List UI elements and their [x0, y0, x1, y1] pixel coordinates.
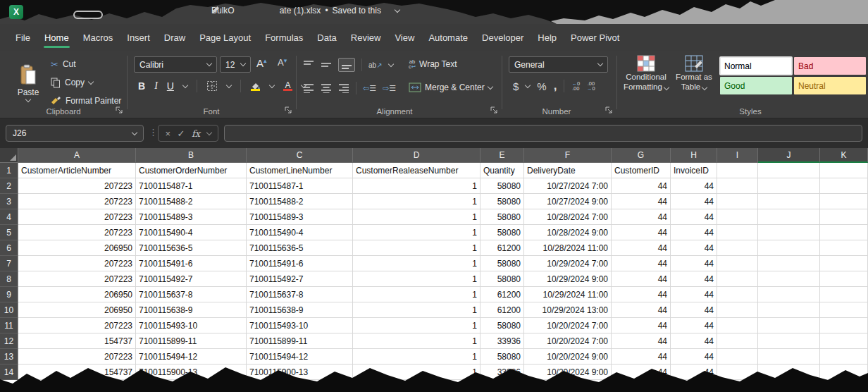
align-top-button[interactable] — [303, 60, 314, 70]
cell-I2[interactable] — [717, 178, 758, 194]
cell-E6[interactable]: 61200 — [480, 240, 524, 256]
row-header-3[interactable]: 3 — [0, 194, 18, 209]
cell-I10[interactable] — [717, 302, 758, 318]
cell-D3[interactable]: 1 — [353, 194, 480, 209]
cell-G4[interactable]: 44 — [612, 209, 671, 225]
cell-C2[interactable]: 7100115487-1 — [247, 178, 353, 194]
cell-K12[interactable] — [820, 333, 868, 349]
borders-button[interactable] — [206, 80, 218, 92]
cell-G14[interactable]: 44 — [612, 365, 671, 380]
cell-H6[interactable]: 44 — [671, 240, 717, 256]
cell-G5[interactable]: 44 — [612, 225, 671, 240]
cell-F7[interactable]: 10/29/2024 7:00 — [524, 256, 612, 271]
cell-K13[interactable] — [820, 349, 868, 365]
column-header-J[interactable]: J — [758, 148, 820, 163]
cell-D14[interactable]: 1 — [353, 365, 480, 380]
cell-K9[interactable] — [820, 287, 868, 302]
row-header-7[interactable]: 7 — [0, 256, 18, 271]
cell-B3[interactable]: 7100115488-2 — [136, 194, 247, 209]
cell-A14[interactable]: 154737 — [18, 365, 136, 380]
cell-I1[interactable] — [717, 163, 758, 178]
column-header-B[interactable]: B — [136, 148, 247, 163]
column-header-G[interactable]: G — [612, 148, 671, 163]
cell-H7[interactable]: 44 — [671, 256, 717, 271]
row-header-4[interactable]: 4 — [0, 209, 18, 225]
column-header-C[interactable]: C — [247, 148, 353, 163]
cell-B8[interactable]: 7100115492-7 — [136, 271, 247, 287]
increase-decimal-button[interactable]: ←0.00 — [571, 81, 580, 91]
cell-F1[interactable]: DeliveryDate — [524, 163, 612, 178]
clipboard-dialog-launcher-icon[interactable] — [116, 106, 124, 115]
cell-J12[interactable] — [758, 333, 820, 349]
cell-H14[interactable]: 44 — [671, 365, 717, 380]
cell-J13[interactable] — [758, 349, 820, 365]
cell-D6[interactable]: 1 — [353, 240, 480, 256]
align-bottom-button-active[interactable] — [338, 58, 355, 72]
formula-bar-grip[interactable]: ⋮ — [149, 127, 158, 137]
ribbon-tab-review[interactable]: Review — [344, 24, 388, 51]
font-dialog-launcher-icon[interactable] — [285, 106, 293, 115]
cell-F8[interactable]: 10/29/2024 9:00 — [524, 271, 612, 287]
cell-E11[interactable]: 58080 — [480, 318, 524, 333]
cell-F14[interactable]: 10/20/2024 9:00 — [524, 365, 612, 380]
cell-G13[interactable]: 44 — [612, 349, 671, 365]
font-size-combobox[interactable]: 12 — [220, 56, 251, 73]
cell-H10[interactable]: 44 — [671, 302, 717, 318]
column-header-K[interactable]: K — [820, 148, 868, 163]
cell-K4[interactable] — [820, 209, 868, 225]
enter-button[interactable]: ✓ — [178, 128, 185, 139]
cell-H8[interactable]: 44 — [671, 271, 717, 287]
column-header-D[interactable]: D — [353, 148, 480, 163]
cell-B13[interactable]: 7100115494-12 — [136, 349, 247, 365]
cell-B12[interactable]: 7100115899-11 — [136, 333, 247, 349]
ribbon-tab-help[interactable]: Help — [531, 24, 564, 51]
cell-style-bad[interactable]: Bad — [794, 57, 866, 75]
cell-G9[interactable]: 44 — [612, 287, 671, 302]
cell-F9[interactable]: 10/29/2024 11:00 — [524, 287, 612, 302]
cell-G3[interactable]: 44 — [612, 194, 671, 209]
cell-C10[interactable]: 7100115638-9 — [247, 302, 353, 318]
column-header-E[interactable]: E — [480, 148, 524, 163]
cell-F13[interactable]: 10/20/2024 9:00 — [524, 349, 612, 365]
number-format-combobox[interactable]: General — [509, 56, 608, 73]
cell-J2[interactable] — [758, 178, 820, 194]
cell-C11[interactable]: 7100115493-10 — [247, 318, 353, 333]
column-header-A[interactable]: A — [18, 148, 136, 163]
insert-function-button[interactable]: fx — [192, 128, 200, 139]
cell-F6[interactable]: 10/28/2024 11:00 — [524, 240, 612, 256]
decrease-indent-button[interactable]: ⇦☰ — [363, 84, 376, 93]
cell-A12[interactable]: 154737 — [18, 333, 136, 349]
row-header-5[interactable]: 5 — [0, 225, 18, 240]
orientation-chevron-icon[interactable] — [388, 61, 393, 66]
cell-G1[interactable]: CustomerID — [612, 163, 671, 178]
cell-D8[interactable]: 1 — [353, 271, 480, 287]
cell-E10[interactable]: 61200 — [480, 302, 524, 318]
cell-C8[interactable]: 7100115492-7 — [247, 271, 353, 287]
cell-K7[interactable] — [820, 256, 868, 271]
ribbon-tab-file[interactable]: File — [8, 24, 37, 51]
cell-B5[interactable]: 7100115490-4 — [136, 225, 247, 240]
cell-A13[interactable]: 207223 — [18, 349, 136, 365]
cell-E1[interactable]: Quantity — [480, 163, 524, 178]
merge-center-button[interactable]: Merge & Center — [409, 82, 492, 92]
cell-E9[interactable]: 61200 — [480, 287, 524, 302]
borders-chevron-icon[interactable] — [226, 82, 232, 87]
currency-chevron-icon[interactable] — [525, 82, 531, 87]
ribbon-tab-insert[interactable]: Insert — [120, 24, 157, 51]
cell-K3[interactable] — [820, 194, 868, 209]
cell-J7[interactable] — [758, 256, 820, 271]
cell-I6[interactable] — [717, 240, 758, 256]
row-header-8[interactable]: 8 — [0, 271, 18, 287]
cell-C7[interactable]: 7100115491-6 — [247, 256, 353, 271]
cell-G2[interactable]: 44 — [612, 178, 671, 194]
comma-format-button[interactable]: , — [554, 79, 557, 93]
cell-H13[interactable]: 44 — [671, 349, 717, 365]
title-chevron-down-icon[interactable] — [395, 6, 400, 12]
name-box[interactable]: J26 — [6, 125, 144, 142]
cell-G7[interactable]: 44 — [612, 256, 671, 271]
cell-I9[interactable] — [717, 287, 758, 302]
cell-B10[interactable]: 7100115638-9 — [136, 302, 247, 318]
cell-A6[interactable]: 206950 — [18, 240, 136, 256]
cell-J8[interactable] — [758, 271, 820, 287]
cell-C13[interactable]: 7100115494-12 — [247, 349, 353, 365]
